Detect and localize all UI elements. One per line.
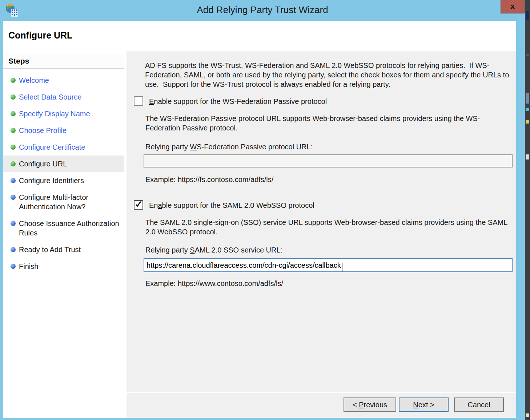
wsfed-checkbox[interactable]	[134, 96, 143, 106]
text-caret	[342, 263, 342, 272]
screen: Add Relying Party Trust Wizard x Configu…	[0, 0, 530, 420]
window-edge-fragment	[526, 54, 529, 56]
titlebar[interactable]: Add Relying Party Trust Wizard	[0, 0, 525, 21]
step-done-bullet-icon	[11, 94, 16, 100]
step-select-data-source[interactable]: Select Data Source	[3, 89, 124, 105]
window-edge-fragment	[526, 93, 529, 104]
step-done-bullet-icon	[11, 111, 16, 116]
wsfed-checkbox-label[interactable]: Enable support for the WS-Federation Pas…	[149, 96, 327, 106]
step-done-bullet-icon	[11, 78, 16, 83]
step-todo-bullet-icon	[11, 221, 16, 226]
saml-example-text: Example: https://www.contoso.com/adfs/ls…	[145, 279, 283, 288]
step-current-bullet-icon	[11, 161, 16, 166]
step-specify-display-name[interactable]: Specify Display Name	[3, 105, 124, 122]
step-ready-to-add-trust[interactable]: Ready to Add Trust	[3, 241, 124, 258]
wsfed-description: The WS-Federation Passive protocol URL s…	[145, 114, 505, 133]
wsfed-url-input[interactable]	[144, 154, 513, 167]
previous-button[interactable]: < Previous	[344, 397, 396, 412]
configure-url-pane: AD FS supports the WS-Trust, WS-Federati…	[127, 51, 516, 392]
saml-url-label: Relying party SAML 2.0 SSO service URL:	[145, 245, 282, 255]
saml-checkbox[interactable]: ✓	[134, 200, 143, 210]
page-header: Configure URL	[3, 21, 516, 51]
window-edge-fragment	[526, 120, 529, 124]
footer-button-bar: < Previous Next > Cancel	[127, 393, 516, 418]
background-window-edge	[525, 0, 530, 420]
wsfed-example-text: Example: https://fs.contoso.com/adfs/ls/	[145, 175, 273, 184]
saml-checkbox-row: ✓ Enable support for the SAML 2.0 WebSSO…	[134, 200, 497, 210]
step-configure-url[interactable]: Configure URL	[3, 156, 124, 172]
step-configure-certificate[interactable]: Configure Certificate	[3, 139, 124, 156]
saml-url-input[interactable]: https://carena.cloudflareaccess.com/cdn-…	[144, 258, 513, 272]
saml-checkbox-label[interactable]: Enable support for the SAML 2.0 WebSSO p…	[149, 200, 314, 210]
steps-heading: Steps	[3, 54, 124, 69]
step-todo-bullet-icon	[11, 178, 16, 183]
step-done-bullet-icon	[11, 128, 16, 133]
window-edge-fragment	[526, 413, 529, 417]
wsfed-checkbox-row: Enable support for the WS-Federation Pas…	[134, 96, 497, 106]
steps-list: Welcome Select Data Source Specify Displ…	[3, 72, 124, 275]
next-button[interactable]: Next >	[399, 397, 449, 412]
intro-text: AD FS supports the WS-Trust, WS-Federati…	[145, 61, 513, 89]
window-edge-fragment	[526, 108, 529, 111]
step-todo-bullet-icon	[11, 195, 16, 200]
step-choose-profile[interactable]: Choose Profile	[3, 122, 124, 139]
step-configure-identifiers[interactable]: Configure Identifiers	[3, 172, 124, 189]
step-welcome[interactable]: Welcome	[3, 72, 124, 89]
cancel-button[interactable]: Cancel	[454, 397, 504, 412]
window-title: Add Relying Party Trust Wizard	[0, 0, 525, 21]
close-button[interactable]: x	[501, 0, 525, 13]
steps-sidebar: Steps Welcome Select Data Source Specify…	[3, 51, 124, 418]
step-todo-bullet-icon	[11, 264, 16, 269]
wsfed-url-label: Relying party WS-Federation Passive prot…	[145, 142, 313, 152]
step-done-bullet-icon	[11, 145, 16, 150]
checkmark-icon: ✓	[135, 199, 143, 209]
step-todo-bullet-icon	[11, 247, 16, 252]
step-choose-issuance-rules[interactable]: Choose Issuance Authorization Rules	[3, 215, 124, 241]
step-finish[interactable]: Finish	[3, 258, 124, 275]
page-title: Configure URL	[8, 30, 72, 41]
window-edge-fragment	[526, 154, 529, 159]
saml-description: The SAML 2.0 single-sign-on (SSO) servic…	[145, 218, 509, 237]
wizard-body: Configure URL Steps Welcome Select Data …	[3, 21, 516, 418]
window-edge-fragment	[526, 11, 529, 20]
step-configure-mfa[interactable]: Configure Multi-factor Authentication No…	[3, 189, 124, 215]
